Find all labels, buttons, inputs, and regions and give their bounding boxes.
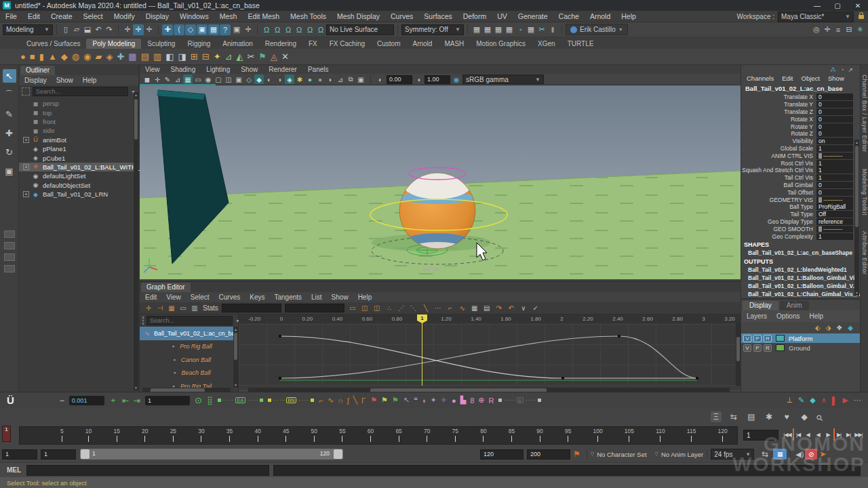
menu-item[interactable]: Display xyxy=(140,12,174,20)
shelf-tab[interactable]: Custom xyxy=(371,39,406,49)
step-left-icon[interactable]: ⇤ xyxy=(122,396,129,405)
symmetry-dropdown[interactable]: Symmetry: Off▼ xyxy=(401,24,464,35)
viewport-menu-item[interactable]: Lighting xyxy=(206,66,230,73)
shelf-icon[interactable]: ◆ xyxy=(61,52,68,62)
range-slider-track[interactable]: 1 120 xyxy=(80,449,343,460)
channel-box-menu-item[interactable]: Object xyxy=(802,75,820,82)
viewport-toolbar-icon[interactable]: ▦ xyxy=(183,75,193,84)
shelf-icon[interactable]: ▰ xyxy=(95,52,102,62)
attribute-label[interactable]: Rotate Z xyxy=(741,130,816,137)
layer-reference-toggle[interactable]: R xyxy=(764,335,772,342)
expand-toggle-icon[interactable]: + xyxy=(23,137,29,143)
tangent-shape-icon[interactable]: ʃ xyxy=(347,396,349,405)
fps-dropdown[interactable]: 24 fps▼ xyxy=(711,449,754,460)
channel-box-icon[interactable]: ↗ xyxy=(848,66,853,73)
tool-icon[interactable]: ↻ xyxy=(3,145,16,159)
menu-item[interactable]: Modify xyxy=(108,12,140,20)
attribute-label[interactable]: Translate Z xyxy=(741,108,816,115)
graph-editor-menu-item[interactable]: Curves xyxy=(219,293,241,301)
tool-icon[interactable]: ↖ xyxy=(3,69,16,83)
tangent-tool-icon[interactable]: ⋱ xyxy=(409,304,418,313)
attribute-value-field[interactable]: 1 xyxy=(816,233,853,240)
shelf-icon[interactable]: ◉ xyxy=(83,52,91,62)
layer-playback-toggle[interactable]: P xyxy=(753,335,762,342)
render-icon[interactable]: ▦ xyxy=(482,24,493,35)
layout-shortcut-button[interactable] xyxy=(4,242,15,249)
playback-button[interactable]: ◀ xyxy=(813,428,823,441)
editor-shortcut-icon[interactable]: ◆ xyxy=(799,411,810,422)
attribute-value-field[interactable]: ---------- xyxy=(816,152,853,159)
anim-tool-icon[interactable]: ● xyxy=(452,396,456,405)
shelf-tab[interactable]: TURTLE xyxy=(561,39,600,49)
shelf-icon[interactable]: ✂ xyxy=(247,52,254,62)
shelf-tab[interactable]: Rendering xyxy=(259,39,302,49)
shelf-icon[interactable]: ⚑ xyxy=(258,52,267,62)
playback-button[interactable]: ▶ xyxy=(823,428,833,441)
render-icon[interactable]: ▦ xyxy=(493,24,504,35)
close-button[interactable]: ✕ xyxy=(848,0,868,11)
snap-toggle-icon[interactable]: ? xyxy=(220,24,231,35)
animation-prefs-icon[interactable]: ➤ xyxy=(817,449,828,460)
editor-shortcut-icon[interactable]: ⇆ xyxy=(728,411,739,422)
editor-shortcut-icon[interactable]: Ξ xyxy=(711,411,722,422)
view-transform-icon[interactable]: ◉ xyxy=(452,75,461,84)
graph-tool-icon[interactable]: ✛ xyxy=(144,304,153,313)
shelf-tab[interactable]: XGen xyxy=(532,39,561,49)
exposure-field[interactable]: 0.00 xyxy=(387,75,412,84)
shelf-icon[interactable]: ⊞ xyxy=(191,52,198,62)
gamma-field[interactable]: 1.00 xyxy=(425,75,450,84)
menu-item[interactable]: Help xyxy=(616,12,642,20)
graph-editor-tab[interactable]: Graph Editor xyxy=(141,283,191,292)
editor-shortcut-icon[interactable]: ♥ xyxy=(781,411,792,422)
step-right-icon[interactable]: ⇥ xyxy=(134,396,140,405)
render-icon[interactable]: ▦ xyxy=(526,24,536,35)
outliner-item[interactable]: + ◆ Ball_Tail_v01_02_LRN xyxy=(19,190,138,199)
outliner-menu-item[interactable]: Help xyxy=(83,77,97,84)
attribute-label[interactable]: Tail Offset xyxy=(741,189,816,196)
animbot-extra-icon[interactable]: ∧ xyxy=(821,396,827,405)
tangent-tool-icon[interactable]: ╲ xyxy=(421,304,431,313)
file-icon[interactable]: ↶ xyxy=(93,24,104,35)
select-tool-icon[interactable]: ❝ xyxy=(414,396,418,405)
snap-toggle-icon[interactable]: ◇ xyxy=(185,24,196,35)
attribute-value-field[interactable]: 0 xyxy=(816,130,853,137)
set-key-icon[interactable]: ⚑ xyxy=(573,449,580,459)
layer-visibility-toggle[interactable]: V xyxy=(743,344,751,352)
render-icon[interactable]: ✂ xyxy=(536,24,547,35)
animation-start-field[interactable]: 1 xyxy=(2,449,37,460)
attribute-label[interactable]: Ball Gimbal xyxy=(741,182,816,188)
attribute-label[interactable]: Global Scale xyxy=(741,145,816,152)
gamma-icon[interactable]: ◑ xyxy=(414,75,423,84)
animbot-extra-icon[interactable]: ▶ xyxy=(843,396,848,405)
viewport-toolbar-icon[interactable]: ✎ xyxy=(163,75,172,84)
playback-loop-icon[interactable]: ⇆ xyxy=(760,449,770,460)
channel-box-menu-item[interactable]: Channels xyxy=(747,75,774,82)
character-set-dropdown[interactable]: ▽ No Character Set xyxy=(591,451,647,458)
shelf-icon[interactable]: ■ xyxy=(30,52,35,62)
select-tool-icon[interactable]: ◖ xyxy=(422,396,427,405)
anim-tool-icon[interactable]: 8 xyxy=(470,396,474,405)
menu-item[interactable]: Arnold xyxy=(585,12,616,20)
playback-button[interactable]: ▶| xyxy=(844,428,853,441)
shelf-icon[interactable]: ▥ xyxy=(153,52,161,62)
maximize-button[interactable]: ▢ xyxy=(827,0,848,11)
shelf-icon[interactable]: ● xyxy=(20,52,26,62)
shelf-icon[interactable]: ▲ xyxy=(48,52,57,62)
graph-tool-icon[interactable]: ▭ xyxy=(178,304,188,313)
workspace-dropdown[interactable]: Maya Classic*▼ xyxy=(778,12,854,22)
mel-input-field[interactable] xyxy=(26,465,269,476)
viewport-toolbar-icon[interactable]: ⊿ xyxy=(336,75,345,84)
menu-item[interactable]: UV xyxy=(492,12,513,20)
attribute-label[interactable]: Rotate X xyxy=(741,116,816,123)
graph-editor-menu-item[interactable]: Keys xyxy=(250,293,264,301)
layer-menu-item[interactable]: Help xyxy=(809,312,823,320)
menu-item[interactable]: Mesh Display xyxy=(332,12,385,20)
outliner-tab[interactable]: Outliner xyxy=(20,66,55,75)
tangent-tool-icon[interactable]: ∨ xyxy=(519,304,528,313)
auto-key-button[interactable]: ▦ xyxy=(773,449,787,460)
construction-icon[interactable]: Ω xyxy=(304,24,315,35)
viewport-toolbar-icon[interactable]: ✱ xyxy=(295,75,304,84)
menu-item[interactable]: Select xyxy=(78,12,108,20)
viewport-toolbar-icon[interactable]: ⧉ xyxy=(346,75,355,84)
outliner-item[interactable]: + ◉ defaultLightSet xyxy=(19,171,138,180)
